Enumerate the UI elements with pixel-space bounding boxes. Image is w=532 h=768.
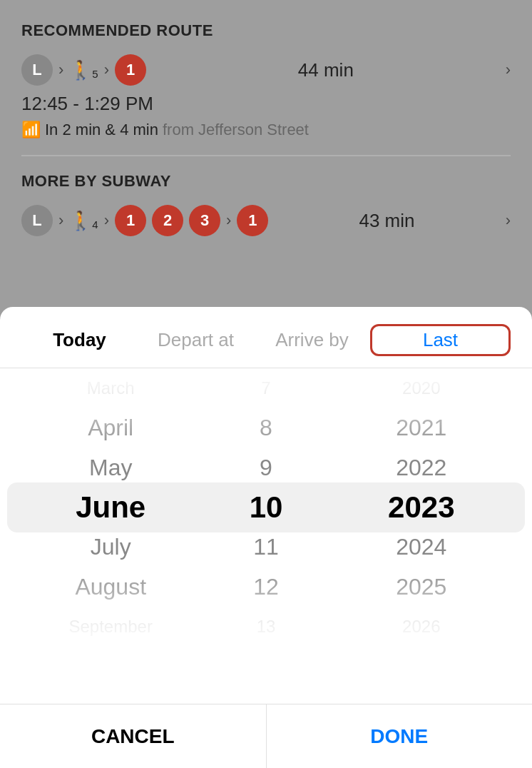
picker-day-11: 11	[214, 527, 317, 567]
picker-day-7: 7	[214, 368, 317, 408]
chevron-icon-1: ›	[58, 61, 63, 79]
bottom-sheet: Today Depart at Arrive by Last March Apr…	[0, 307, 532, 768]
transit-badge-L: L	[21, 54, 53, 86]
picker-month-august: August	[7, 567, 214, 607]
picker-day-12: 12	[214, 567, 317, 607]
picker-day-10: 10	[214, 487, 317, 527]
transit-badge-2-4: 1	[237, 205, 268, 236]
walk-icon-2: 🚶4	[69, 210, 98, 232]
picker-year-2022: 2022	[318, 448, 525, 487]
transit-badge-L-2: L	[21, 205, 53, 236]
chevron-icon-2: ›	[104, 61, 109, 79]
from-info: In 2 min & 4 min	[45, 121, 158, 139]
walk-icon-1: 🚶5	[69, 59, 98, 81]
subway-route-row[interactable]: L › 🚶4 › 1 2 3 › 1 43 min ›	[21, 205, 511, 236]
route-chevron-right-1: ›	[506, 61, 511, 79]
route-time: 12:45 - 1:29 PM	[21, 93, 511, 115]
picker-year-2026: 2026	[318, 607, 525, 647]
picker-month-may: May	[7, 448, 214, 487]
picker-month-july: July	[7, 527, 214, 567]
route-divider	[21, 155, 511, 156]
picker-year-column[interactable]: 2020 2021 2022 2023 2024 2025 2026	[318, 368, 525, 647]
subway-duration: 43 min	[359, 210, 414, 232]
tab-bar: Today Depart at Arrive by Last	[0, 307, 532, 368]
subway-route-icons: L › 🚶4 › 1 2 3 › 1	[21, 205, 268, 236]
walk-sub-2: 4	[92, 218, 98, 231]
from-location: from Jefferson Street	[163, 121, 309, 139]
footer-buttons: CANCEL DONE	[0, 704, 532, 768]
transit-background: RECOMMENDED ROUTE L › 🚶5 › 1 44 min › 12…	[0, 0, 532, 328]
picker-day-13: 13	[214, 607, 317, 647]
picker-day-9: 9	[214, 448, 317, 487]
done-button[interactable]: DONE	[267, 704, 533, 768]
transit-badge-1: 1	[115, 54, 146, 86]
transit-badge-2-2: 2	[152, 205, 183, 236]
picker-month-june: June	[7, 487, 214, 527]
date-picker[interactable]: March April May June July August Septemb…	[0, 368, 532, 647]
tab-arrive[interactable]: Arrive by	[254, 326, 370, 354]
recommended-route-label: RECOMMENDED ROUTE	[21, 21, 511, 40]
recommended-route-icons: L › 🚶5 › 1	[21, 54, 146, 86]
tab-depart[interactable]: Depart at	[138, 326, 254, 354]
recommended-duration: 44 min	[298, 59, 354, 81]
tab-last[interactable]: Last	[370, 324, 511, 356]
picker-day-8: 8	[214, 408, 317, 448]
picker-day-column[interactable]: 7 8 9 10 11 12 13	[214, 368, 317, 647]
picker-month-column[interactable]: March April May June July August Septemb…	[7, 368, 214, 647]
picker-year-2023: 2023	[318, 487, 525, 527]
transit-badge-2-1: 1	[115, 205, 146, 236]
tab-today[interactable]: Today	[21, 326, 138, 354]
cancel-button[interactable]: CANCEL	[0, 704, 267, 768]
chevron-icon-5: ›	[226, 211, 231, 230]
picker-year-2020: 2020	[318, 368, 525, 408]
route-from: 📶 In 2 min & 4 min from Jefferson Street	[21, 121, 511, 139]
picker-month-september: September	[7, 607, 214, 647]
chevron-icon-4: ›	[104, 211, 109, 230]
picker-month-march: March	[7, 368, 214, 408]
picker-year-2024: 2024	[318, 527, 525, 567]
walk-sub-1: 5	[92, 68, 98, 80]
signal-icon: 📶	[21, 121, 41, 139]
picker-year-2021: 2021	[318, 408, 525, 448]
more-subway-label: MORE BY SUBWAY	[21, 172, 511, 191]
picker-year-2025: 2025	[318, 567, 525, 607]
chevron-icon-3: ›	[58, 211, 63, 230]
picker-month-april: April	[7, 408, 214, 448]
route-chevron-right-2: ›	[506, 211, 511, 230]
transit-badge-2-3: 3	[189, 205, 220, 236]
recommended-route-row[interactable]: L › 🚶5 › 1 44 min ›	[21, 54, 511, 86]
